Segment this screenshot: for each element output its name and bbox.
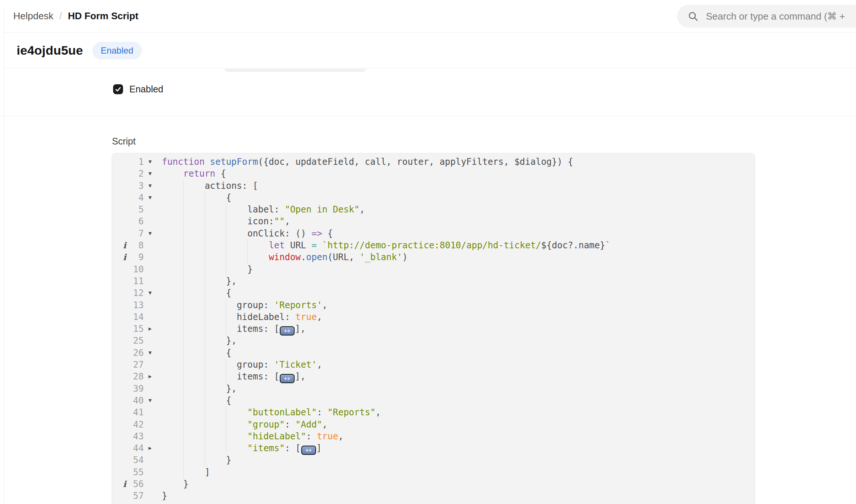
editor-code-line[interactable]: group: 'Reports', [162,299,755,311]
editor-line[interactable]: 54} [112,454,755,466]
indent-guide [226,430,226,442]
editor-line[interactable]: i56} [112,478,755,490]
editor-line[interactable]: 11}, [112,275,755,287]
indent-guide [183,299,184,311]
editor-line[interactable]: 42"group": "Add", [112,419,755,430]
editor-code-line[interactable]: items: [↔], [162,323,755,335]
fold-open-icon[interactable]: ▾ [146,191,154,203]
fold-closed-icon[interactable]: ▸ [146,442,154,454]
code-fold-widget[interactable]: ↔ [280,374,295,383]
editor-gutter: 1▾ [112,156,162,168]
editor-code-line[interactable]: onClick: () => { [162,228,755,239]
editor-code-line[interactable]: { [162,287,755,299]
editor-line[interactable]: i9window.open(URL, '_blank') [112,251,755,263]
fold-closed-icon[interactable]: ▸ [146,370,154,382]
line-number: 56 [112,478,144,490]
editor-line[interactable]: 1▾function setupForm({doc, updateField, … [112,156,755,168]
editor-line[interactable]: i8let URL = `http://demo-practice:8010/a… [112,239,755,251]
editor-code-line[interactable]: "items": [↔] [162,442,755,454]
indent-guide [226,228,226,239]
editor-gutter: 27 [112,359,162,371]
editor-gutter: 6 [112,215,162,227]
editor-code-line[interactable]: { [162,192,755,204]
editor-line[interactable]: 26▾{ [112,347,755,359]
editor-gutter: 10 [112,263,162,275]
code-fold-widget[interactable]: ↔ [280,326,295,336]
editor-line[interactable]: 27group: 'Ticket', [112,359,755,371]
editor-code-line[interactable]: actions: [ [162,180,755,192]
editor-code-line[interactable]: "hideLabel": true, [162,430,755,442]
editor-line[interactable]: 41"buttonLabel": "Reports", [112,406,755,418]
editor-line[interactable]: 10} [112,263,755,275]
editor-line[interactable]: 15▸items: [↔], [112,323,755,335]
indent-guide [226,323,226,335]
editor-code-line[interactable] [162,502,755,504]
editor-gutter: i9 [112,251,162,263]
editor-code-line[interactable]: "buttonLabel": "Reports", [162,406,755,418]
breadcrumb-helpdesk[interactable]: Helpdesk [13,10,53,22]
editor-code-line[interactable]: hideLabel: true, [162,311,755,323]
editor-line[interactable]: 3▾actions: [ [112,180,755,192]
editor-code-line[interactable]: items: [↔], [162,371,755,382]
fold-open-icon[interactable]: ▾ [146,287,154,299]
fold-open-icon[interactable]: ▾ [146,167,154,179]
editor-line[interactable]: 7▾onClick: () => { [112,228,755,239]
editor-code-line[interactable]: window.open(URL, '_blank') [162,251,755,263]
editor-code-line[interactable]: label: "Open in Desk", [162,204,755,215]
line-number: 57 [112,490,144,502]
editor-code-line[interactable]: }, [162,335,755,347]
editor-gutter: 43 [112,430,162,442]
code-fold-widget[interactable]: ↔ [301,446,316,455]
indent-guide [183,419,184,430]
editor-line[interactable]: 14hideLabel: true, [112,311,755,323]
editor-line[interactable]: 44▸"items": [↔] [112,442,755,454]
enabled-checkbox-label[interactable]: Enabled [129,84,163,95]
editor-code-line[interactable]: } [162,478,755,490]
fold-closed-icon[interactable]: ▸ [146,323,154,334]
editor-code-line[interactable]: let URL = `http://demo-practice:8010/app… [162,239,755,251]
editor-line[interactable]: 13group: 'Reports', [112,299,755,311]
code-editor[interactable]: 1▾function setupForm({doc, updateField, … [112,153,755,504]
fold-open-icon[interactable]: ▾ [146,180,154,191]
editor-code-line[interactable]: } [162,454,755,466]
editor-line[interactable]: 39}, [112,383,755,395]
editor-code-line[interactable]: { [162,347,755,359]
indent-guide [205,454,205,466]
editor-code-line[interactable]: return { [162,168,755,180]
command-search-bar[interactable] [677,5,856,28]
enabled-checkbox[interactable] [113,84,123,94]
editor-code-line[interactable]: icon:"", [162,215,755,227]
editor-line[interactable]: 25}, [112,335,755,347]
line-number: 12 [112,287,144,299]
editor-code-line[interactable]: }, [162,383,755,395]
fold-open-icon[interactable]: ▾ [146,156,154,167]
indent-guide [205,371,205,382]
editor-line[interactable]: 57} [112,490,755,502]
fold-open-icon[interactable]: ▾ [146,347,154,358]
editor-code-line[interactable]: "group": "Add", [162,419,755,430]
editor-code-line[interactable]: function setupForm({doc, updateField, ca… [162,156,755,168]
editor-line[interactable]: 28▸items: [↔], [112,371,755,382]
search-input[interactable] [706,11,856,22]
indent-guide [205,228,205,239]
editor-line[interactable]: 4▾{ [112,192,755,204]
fold-open-icon[interactable]: ▾ [146,394,154,406]
editor-code-line[interactable]: }, [162,275,755,287]
editor-line[interactable]: 5label: "Open in Desk", [112,204,755,215]
fold-open-icon[interactable]: ▾ [146,227,154,239]
editor-line[interactable]: 43"hideLabel": true, [112,430,755,442]
editor-line[interactable]: 12▾{ [112,287,755,299]
editor-line[interactable]: 40▾{ [112,395,755,406]
editor-line[interactable]: 55] [112,466,755,478]
editor-line[interactable]: 58 [112,502,755,504]
indent-guide [183,442,184,454]
editor-line[interactable]: 6icon:"", [112,215,755,227]
editor-code-line[interactable]: } [162,263,755,275]
indent-guide [183,406,184,418]
editor-line[interactable]: 2▾return { [112,168,755,180]
editor-code-line[interactable]: ] [162,466,755,478]
editor-code-line[interactable]: group: 'Ticket', [162,359,755,371]
editor-gutter: 4▾ [112,192,162,204]
editor-code-line[interactable]: { [162,395,755,406]
editor-code-line[interactable]: } [162,490,755,502]
